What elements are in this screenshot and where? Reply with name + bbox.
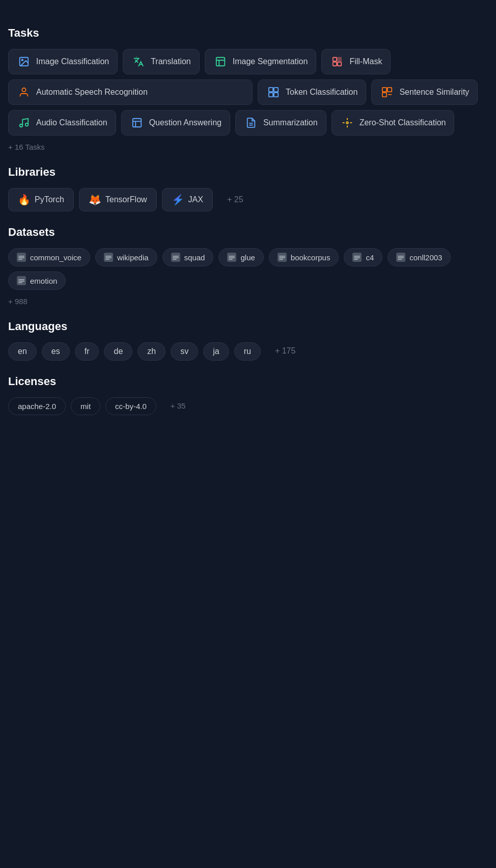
image-segmentation-icon [213, 55, 228, 69]
task-chip-automatic-speech-recognition[interactable]: Automatic Speech Recognition [8, 79, 253, 105]
licenses-row: apache-2.0 mit cc-by-4.0 + 35 [8, 397, 488, 415]
svg-rect-4 [338, 58, 341, 61]
task-label: Question Answering [149, 118, 222, 127]
lib-chip-pytorch[interactable]: 🔥 PyTorch [8, 188, 74, 211]
tensorflow-icon: 🦊 [89, 194, 101, 206]
svg-rect-40 [279, 256, 285, 257]
dataset-chip-conll2003[interactable]: conll2003 [388, 248, 451, 266]
task-chip-audio-classification[interactable]: Audio Classification [8, 110, 116, 135]
svg-rect-13 [388, 88, 392, 92]
svg-rect-33 [105, 259, 109, 260]
summarization-icon [244, 116, 258, 130]
task-label: Sentence Similarity [399, 88, 469, 97]
licenses-section: Licenses apache-2.0 mit cc-by-4.0 + 35 [8, 375, 488, 415]
task-chip-sentence-similarity[interactable]: Sentence Similarity [371, 79, 478, 105]
pytorch-icon: 🔥 [18, 194, 31, 206]
svg-rect-50 [18, 281, 24, 282]
svg-rect-12 [382, 88, 387, 92]
license-chip-mit[interactable]: mit [71, 397, 100, 415]
zero-shot-icon [340, 116, 354, 130]
svg-rect-29 [18, 257, 24, 258]
dataset-chip-glue[interactable]: glue [218, 248, 263, 266]
svg-point-16 [20, 124, 23, 127]
task-chip-image-segmentation[interactable]: Image Segmentation [205, 49, 317, 74]
dataset-label: glue [240, 253, 255, 262]
jax-icon: ⚡ [172, 194, 184, 206]
svg-rect-49 [18, 279, 24, 280]
svg-rect-37 [229, 256, 235, 257]
svg-rect-6 [338, 62, 341, 66]
dataset-label: wikipedia [117, 253, 149, 262]
license-chip-cc[interactable]: cc-by-4.0 [105, 397, 156, 415]
libraries-row: 🔥 PyTorch 🦊 TensorFlow ⚡ JAX + 25 [8, 188, 488, 211]
task-chip-translation[interactable]: Translation [123, 49, 200, 74]
task-chip-question-answering[interactable]: Question Answering [121, 110, 230, 135]
licenses-more[interactable]: + 35 [161, 397, 195, 415]
lang-chip-en[interactable]: en [8, 342, 37, 361]
dataset-chip-common-voice[interactable]: common_voice [8, 248, 90, 266]
dataset-chip-wikipedia[interactable]: wikipedia [95, 248, 157, 266]
task-chip-image-classification[interactable]: Image Classification [8, 49, 118, 74]
task-label: Audio Classification [36, 118, 107, 127]
dataset-label: emotion [30, 277, 57, 285]
dataset-label: squad [184, 253, 205, 262]
datasets-section: Datasets common_voice wikipedia squad gl… [8, 226, 488, 306]
datasets-more[interactable]: + 988 [8, 297, 488, 306]
license-chip-apache[interactable]: apache-2.0 [8, 397, 66, 415]
task-label: Summarization [263, 118, 318, 127]
languages-title: Languages [8, 320, 488, 333]
dataset-label: bookcorpus [291, 253, 330, 262]
lang-chip-sv[interactable]: sv [171, 342, 198, 361]
dataset-label: conll2003 [409, 253, 442, 262]
lib-chip-tensorflow[interactable]: 🦊 TensorFlow [79, 188, 157, 211]
task-label: Zero-Shot Classification [360, 118, 446, 127]
svg-rect-14 [382, 93, 387, 97]
lang-chip-de[interactable]: de [104, 342, 132, 361]
svg-rect-38 [229, 257, 235, 258]
dataset-icon [104, 253, 113, 262]
languages-row: en es fr de zh sv ja ru + 175 [8, 342, 488, 361]
lib-chip-jax[interactable]: ⚡ JAX [162, 188, 213, 211]
audio-classification-icon [17, 116, 31, 130]
task-chip-zero-shot-classification[interactable]: Zero-Shot Classification [332, 110, 455, 135]
task-chip-summarization[interactable]: Summarization [235, 110, 326, 135]
svg-rect-9 [274, 88, 278, 92]
svg-rect-47 [398, 257, 404, 258]
svg-rect-28 [18, 256, 24, 257]
lang-chip-es[interactable]: es [42, 342, 70, 361]
dataset-label: c4 [366, 253, 374, 262]
languages-more[interactable]: + 175 [266, 342, 305, 361]
asr-icon [17, 85, 31, 99]
svg-rect-35 [173, 257, 179, 258]
lang-chip-ja[interactable]: ja [203, 342, 229, 361]
svg-rect-51 [18, 282, 22, 283]
dataset-chip-bookcorpus[interactable]: bookcorpus [269, 248, 339, 266]
svg-rect-36 [173, 259, 177, 260]
svg-rect-41 [279, 257, 285, 258]
libraries-more[interactable]: + 25 [218, 188, 253, 211]
task-chip-token-classification[interactable]: Token Classification [258, 79, 366, 105]
dataset-icon [227, 253, 236, 262]
dataset-label: common_voice [30, 253, 81, 262]
dataset-chip-emotion[interactable]: emotion [8, 272, 66, 290]
svg-rect-44 [354, 257, 360, 258]
svg-rect-30 [18, 259, 22, 260]
task-label: Translation [151, 57, 191, 66]
lang-chip-zh[interactable]: zh [137, 342, 166, 361]
task-chip-fill-mask[interactable]: Fill-Mask [321, 49, 391, 74]
lang-chip-ru[interactable]: ru [234, 342, 261, 361]
tasks-more[interactable]: + 16 Tasks [8, 143, 488, 151]
task-label: Automatic Speech Recognition [36, 88, 148, 97]
svg-point-7 [22, 88, 25, 92]
lang-chip-fr[interactable]: fr [75, 342, 99, 361]
fill-mask-icon [330, 55, 344, 69]
dataset-icon [352, 253, 362, 262]
svg-rect-46 [398, 256, 404, 257]
dataset-chip-squad[interactable]: squad [162, 248, 214, 266]
svg-point-1 [21, 59, 23, 61]
task-label: Fill-Mask [349, 57, 382, 66]
dataset-chip-c4[interactable]: c4 [344, 248, 382, 266]
svg-rect-2 [216, 58, 225, 66]
svg-rect-31 [105, 256, 112, 257]
datasets-row: common_voice wikipedia squad glue bookco [8, 248, 488, 290]
